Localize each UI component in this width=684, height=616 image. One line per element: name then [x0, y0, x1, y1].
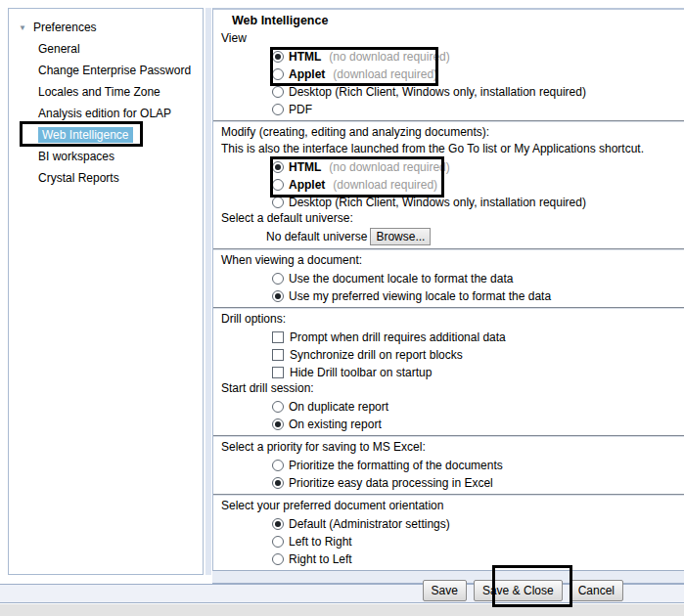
radio-label: Applet [289, 178, 325, 192]
radio-label: Prioritize easy data processing in Excel [289, 476, 493, 490]
checkbox-option-synchronize-drill-on-report-blocks[interactable]: Synchronize drill on report blocks [272, 346, 684, 363]
radio-option-prioritize-easy-data-processing-in-excel[interactable]: Prioritize easy data processing in Excel [272, 474, 684, 491]
webi-settings-panel: Web Intelligence View HTML(no download r… [212, 8, 684, 571]
sidebar-item-locales-and-time-zone[interactable]: Locales and Time Zone [9, 81, 203, 103]
radio-icon[interactable] [272, 273, 284, 285]
panel-divider [205, 8, 211, 575]
radio-option-html[interactable]: HTML(no download required) [272, 158, 684, 175]
radio-option-default-administrator-settings[interactable]: Default (Administrator settings) [272, 515, 684, 532]
excel-priority-radio-group: Prioritize the formatting of the documen… [213, 457, 684, 491]
radio-icon[interactable] [272, 179, 284, 191]
radio-label: Desktop (Rich Client, Windows only, inst… [289, 196, 586, 209]
preferences-screen: ▼ Preferences GeneralChange Enterprise P… [0, 0, 684, 616]
checkbox-icon[interactable] [272, 331, 284, 343]
cancel-button[interactable]: Cancel [570, 580, 623, 601]
radio-hint: (download required) [333, 178, 437, 192]
collapse-triangle-icon[interactable]: ▼ [19, 23, 26, 32]
radio-icon[interactable] [272, 104, 284, 115]
sidebar-item-label: Locales and Time Zone [38, 85, 160, 99]
sidebar-item-web-intelligence[interactable]: Web Intelligence [9, 124, 203, 146]
radio-label: HTML [289, 160, 321, 174]
default-universe-row: No default universe Browse... [266, 228, 684, 245]
radio-option-use-the-document-locale-to-format-the-data[interactable]: Use the document locale to format the da… [272, 270, 684, 286]
drill-options-label: Drill options: [213, 311, 684, 328]
checkbox-label: Synchronize drill on report blocks [290, 348, 463, 362]
radio-label: Applet [289, 67, 325, 81]
radio-label: Default (Administrator settings) [289, 517, 450, 531]
sidebar-item-preferences[interactable]: ▼ Preferences [9, 17, 203, 38]
radio-icon[interactable] [272, 401, 284, 413]
preferences-sidebar: ▼ Preferences GeneralChange Enterprise P… [8, 8, 204, 575]
modify-section-sublabel: This is also the interface launched from… [213, 141, 684, 157]
modify-radio-group: HTML(no download required)Applet(downloa… [213, 158, 684, 210]
radio-label: On existing report [289, 418, 382, 431]
radio-option-on-duplicate-report[interactable]: On duplicate report [272, 398, 684, 415]
checkbox-icon[interactable] [272, 367, 284, 378]
sidebar-item-change-enterprise-password[interactable]: Change Enterprise Password [9, 60, 203, 81]
sidebar-item-label: Change Enterprise Password [38, 64, 191, 77]
radio-option-desktop-rich-client-windows-only-installation-required[interactable]: Desktop (Rich Client, Windows only, inst… [272, 194, 684, 210]
radio-option-use-my-preferred-viewing-locale-to-format-the-data[interactable]: Use my preferred viewing locale to forma… [272, 287, 684, 304]
radio-icon[interactable] [272, 197, 284, 208]
checkbox-option-hide-drill-toolbar-on-startup[interactable]: Hide Drill toolbar on startup [272, 364, 684, 380]
sidebar-item-label: General [38, 42, 80, 56]
radio-selected-icon[interactable] [272, 51, 284, 63]
checkbox-icon[interactable] [272, 349, 284, 361]
radio-option-desktop-rich-client-windows-only-installation-required[interactable]: Desktop (Rich Client, Windows only, inst… [272, 83, 684, 100]
orientation-label: Select your preferred document orientati… [213, 498, 684, 514]
checkbox-label: Prompt when drill requires additional da… [290, 330, 506, 344]
radio-selected-icon[interactable] [272, 290, 284, 302]
save-button[interactable]: Save [423, 580, 467, 601]
radio-label: HTML [289, 50, 321, 64]
radio-option-left-to-right[interactable]: Left to Right [272, 533, 684, 550]
radio-option-pdf[interactable]: PDF [272, 101, 684, 117]
page-title: Web Intelligence [213, 10, 684, 30]
sidebar-item-analysis-edition-for-olap[interactable]: Analysis edition for OLAP [9, 103, 203, 124]
section-separator [213, 248, 684, 250]
radio-label: Use the document locale to format the da… [289, 272, 513, 286]
radio-label: Prioritize the formatting of the documen… [289, 459, 503, 472]
radio-label: Use my preferred viewing locale to forma… [289, 289, 551, 303]
radio-selected-icon[interactable] [272, 518, 284, 530]
sidebar-item-crystal-reports[interactable]: Crystal Reports [9, 167, 203, 189]
excel-priority-label: Select a priority for saving to MS Excel… [213, 439, 684, 456]
radio-icon[interactable] [272, 460, 284, 471]
radio-hint: (no download required) [329, 50, 449, 64]
radio-selected-icon[interactable] [272, 161, 284, 173]
radio-label: On duplicate report [289, 400, 388, 414]
radio-icon[interactable] [272, 553, 284, 565]
sidebar-item-label: Analysis edition for OLAP [38, 107, 171, 120]
default-universe-label: Select a default universe: [213, 210, 684, 227]
radio-option-applet[interactable]: Applet(download required) [272, 176, 684, 193]
modify-section-label: Modify (creating, editing and analyzing … [213, 124, 684, 141]
footer-toolbar: SaveSave & CloseCancel [0, 584, 684, 603]
radio-option-on-existing-report[interactable]: On existing report [272, 416, 684, 432]
sidebar-item-label: BI workspaces [38, 150, 114, 163]
orientation-radio-group: Default (Administrator settings)Left to … [213, 515, 684, 567]
radio-icon[interactable] [272, 86, 284, 98]
radio-selected-icon[interactable] [272, 418, 284, 430]
radio-hint: (no download required) [329, 160, 449, 174]
drill-checkbox-group: Prompt when drill requires additional da… [213, 329, 684, 380]
sidebar-item-bi-workspaces[interactable]: BI workspaces [9, 146, 203, 167]
view-section-label: View [213, 30, 684, 47]
radio-option-applet[interactable]: Applet(download required) [272, 66, 684, 82]
browse-button[interactable]: Browse... [370, 228, 431, 245]
radio-label: Desktop (Rich Client, Windows only, inst… [289, 85, 586, 99]
save-and-close-button[interactable]: Save & Close [474, 580, 563, 601]
section-separator [213, 494, 684, 496]
radio-label: PDF [289, 103, 312, 116]
radio-selected-icon[interactable] [272, 477, 284, 489]
radio-icon[interactable] [272, 68, 284, 80]
sidebar-item-general[interactable]: General [9, 38, 203, 60]
radio-option-right-to-left[interactable]: Right to Left [272, 550, 684, 567]
radio-option-prioritize-the-formatting-of-the-documents[interactable]: Prioritize the formatting of the documen… [272, 457, 684, 473]
section-separator [213, 307, 684, 309]
checkbox-label: Hide Drill toolbar on startup [290, 366, 432, 379]
viewing-locale-radio-group: Use the document locale to format the da… [213, 270, 684, 304]
radio-icon[interactable] [272, 536, 284, 548]
section-separator [213, 120, 684, 122]
checkbox-option-prompt-when-drill-requires-additional-data[interactable]: Prompt when drill requires additional da… [272, 329, 684, 345]
default-universe-value: No default universe [266, 230, 367, 243]
radio-option-html[interactable]: HTML(no download required) [272, 48, 684, 65]
